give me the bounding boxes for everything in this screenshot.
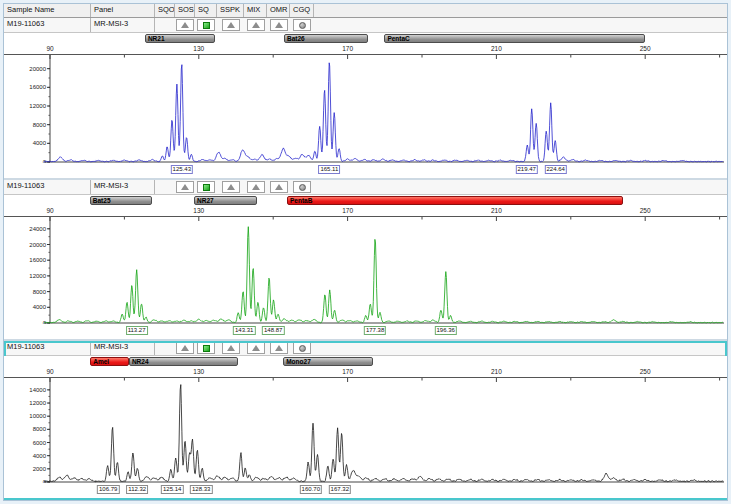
column-cgq[interactable]: CGQ <box>290 4 314 17</box>
mix-flag-box[interactable] <box>247 181 265 193</box>
sqo-flag-cell[interactable] <box>155 341 175 355</box>
column-sq[interactable]: SQ <box>195 4 217 17</box>
sspk-flag-cell[interactable] <box>217 180 244 194</box>
omr-flag-cell[interactable] <box>267 18 290 32</box>
sample-panel-1: M19-11063MR-MSI-3NR21Bat26PentaC90130170… <box>4 18 727 180</box>
marker-bar-nr21[interactable]: NR21 <box>145 34 215 43</box>
peak-size-label[interactable]: 177.38 <box>364 326 386 335</box>
peak-size-label[interactable]: 196.36 <box>435 326 457 335</box>
cgq-flag-cell[interactable] <box>290 180 314 194</box>
sample-row-filler <box>314 341 727 355</box>
warning-triangle-icon <box>252 22 260 28</box>
peak-size-label[interactable]: 125.14 <box>161 485 183 494</box>
peak-size-label[interactable]: 112.32 <box>126 485 148 494</box>
sos-flag-box[interactable] <box>176 181 194 193</box>
sample-name: M19-11063 <box>4 180 91 194</box>
marker-bar-amel[interactable]: Amel <box>90 357 129 366</box>
warning-triangle-icon <box>275 184 283 190</box>
marker-bar-nr24[interactable]: NR24 <box>129 357 238 366</box>
warning-triangle-icon <box>227 184 235 190</box>
mix-flag-cell[interactable] <box>244 18 267 32</box>
cgq-flag-box[interactable] <box>293 181 311 193</box>
sq-flag-cell[interactable] <box>195 180 217 194</box>
peak-size-label[interactable]: 167.32 <box>329 485 351 494</box>
peak-size-label[interactable]: 165.11 <box>318 165 340 174</box>
column-sspk[interactable]: SSPK <box>217 4 244 17</box>
electropherogram-plot-1[interactable]: 200001600012000800040000 <box>4 55 727 163</box>
column-sample-name[interactable]: Sample Name <box>4 4 91 17</box>
y-axis-tick-label: 8000 <box>33 122 47 128</box>
marker-row: AmelNR24Mono27 <box>4 356 727 367</box>
sos-flag-cell[interactable] <box>175 18 195 32</box>
sample-row[interactable]: M19-11063MR-MSI-3 <box>4 18 727 33</box>
omr-flag-box[interactable] <box>270 19 288 31</box>
peak-size-label[interactable]: 224.64 <box>545 165 567 174</box>
omr-flag-cell[interactable] <box>267 180 290 194</box>
x-axis-tick-label: 90 <box>46 45 53 52</box>
marker-label: NR21 <box>148 35 165 42</box>
electropherogram-plot-3[interactable]: 14000120001000080006000400020000 <box>4 378 727 483</box>
sos-flag-cell[interactable] <box>175 180 195 194</box>
peak-size-label[interactable]: 143.31 <box>233 326 255 335</box>
sos-flag-box[interactable] <box>176 19 194 31</box>
sq-flag-box[interactable] <box>197 181 215 193</box>
peak-size-label[interactable]: 106.79 <box>97 485 119 494</box>
warning-triangle-icon <box>227 345 235 351</box>
peak-size-label[interactable]: 113.27 <box>126 326 148 335</box>
sample-row-filler <box>314 180 727 194</box>
sos-flag-cell[interactable] <box>175 341 195 355</box>
peak-size-label[interactable]: 219.47 <box>516 165 538 174</box>
sspk-flag-cell[interactable] <box>217 341 244 355</box>
electropherogram-trace <box>44 385 723 482</box>
warning-triangle-icon <box>275 345 283 351</box>
marker-label: Bat25 <box>93 197 111 204</box>
omr-flag-box[interactable] <box>270 342 288 354</box>
peak-size-label[interactable]: 128.33 <box>190 485 212 494</box>
mix-flag-box[interactable] <box>247 19 265 31</box>
y-axis-tick-label: 6000 <box>33 440 47 446</box>
column-panel[interactable]: Panel <box>91 4 155 17</box>
peak-size-label[interactable]: 148.87 <box>262 326 284 335</box>
sspk-flag-cell[interactable] <box>217 18 244 32</box>
panels-container: M19-11063MR-MSI-3NR21Bat26PentaC90130170… <box>4 18 727 500</box>
marker-bar-nr27[interactable]: NR27 <box>194 196 257 205</box>
cgq-flag-box[interactable] <box>293 19 311 31</box>
sq-flag-cell[interactable] <box>195 18 217 32</box>
column-omr[interactable]: OMR <box>267 4 290 17</box>
y-axis-tick-label: 4000 <box>33 140 47 146</box>
omr-flag-box[interactable] <box>270 181 288 193</box>
marker-bar-pentac[interactable]: PentaC <box>384 34 645 43</box>
sqo-flag-cell[interactable] <box>155 18 175 32</box>
y-axis-tick-label: 8000 <box>33 289 47 295</box>
peak-size-label[interactable]: 125.43 <box>171 165 193 174</box>
omr-flag-cell[interactable] <box>267 341 290 355</box>
sspk-flag-box[interactable] <box>222 19 240 31</box>
peak-label-row: 106.79112.32125.14128.33160.70167.32 <box>4 483 727 498</box>
sos-flag-box[interactable] <box>176 342 194 354</box>
mix-flag-box[interactable] <box>247 342 265 354</box>
electropherogram-plot-2[interactable]: 24000200001600012000800040000 <box>4 217 727 324</box>
sspk-flag-box[interactable] <box>222 342 240 354</box>
electropherogram-trace <box>44 63 723 162</box>
cgq-flag-cell[interactable] <box>290 18 314 32</box>
sspk-flag-box[interactable] <box>222 181 240 193</box>
sqo-flag-cell[interactable] <box>155 180 175 194</box>
sq-flag-box[interactable] <box>197 19 215 31</box>
column-mix[interactable]: MIX <box>244 4 267 17</box>
marker-bar-mono27[interactable]: Mono27 <box>283 357 373 366</box>
sq-flag-box[interactable] <box>197 342 215 354</box>
marker-bar-pentab[interactable]: PentaB <box>287 196 623 205</box>
column-sqo[interactable]: SQO <box>155 4 175 17</box>
mix-flag-cell[interactable] <box>244 180 267 194</box>
marker-bar-bat25[interactable]: Bat25 <box>90 196 153 205</box>
peak-size-label[interactable]: 160.70 <box>300 485 322 494</box>
marker-bar-bat26[interactable]: Bat26 <box>284 34 368 43</box>
cgq-flag-cell[interactable] <box>290 341 314 355</box>
sample-row[interactable]: M19-11063MR-MSI-3 <box>4 180 727 195</box>
mix-flag-cell[interactable] <box>244 341 267 355</box>
sample-row[interactable]: M19-11063MR-MSI-3 <box>4 341 727 356</box>
cgq-flag-box[interactable] <box>293 342 311 354</box>
sq-flag-cell[interactable] <box>195 341 217 355</box>
column-sos[interactable]: SOS <box>175 4 195 17</box>
trace-svg: 200001600012000800040000 <box>4 55 726 163</box>
